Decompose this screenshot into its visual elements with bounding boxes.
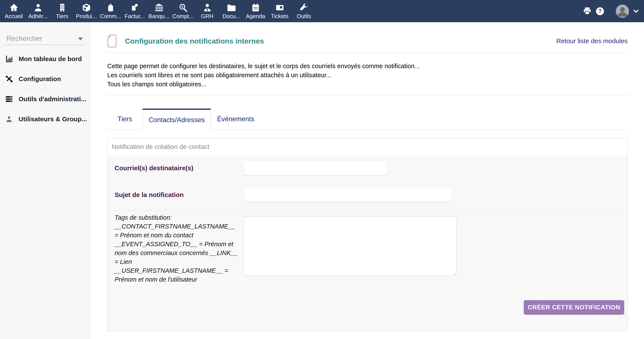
bank-icon bbox=[154, 2, 164, 13]
menu-item-grh[interactable]: GRH bbox=[195, 0, 219, 22]
sidebar-item-label: Configuration bbox=[18, 75, 61, 83]
tag-name: __USER_FIRSTNAME_LASTNAME__ bbox=[114, 267, 223, 274]
notification-panel: Notification de création de contact Cour… bbox=[107, 138, 628, 332]
billing-icon bbox=[130, 2, 140, 13]
tag-name: __LINK__ bbox=[210, 250, 238, 256]
menu-item-tiers[interactable]: Tiers bbox=[50, 0, 74, 22]
hr-icon bbox=[202, 2, 212, 13]
sidebar-item-dashboard[interactable]: Mon tableau de bord bbox=[0, 49, 90, 69]
app-screen: Accueil Adhér... Tiers Produi... bbox=[0, 0, 644, 339]
menu-item-comptabilite[interactable]: $ Compt... bbox=[171, 0, 195, 22]
tab-tiers[interactable]: Tiers bbox=[107, 108, 142, 130]
menu-item-commerce[interactable]: Comm... bbox=[98, 0, 122, 22]
svg-text:?: ? bbox=[598, 8, 602, 14]
active-menu-indicator bbox=[11, 22, 17, 25]
help-button[interactable]: ? bbox=[595, 6, 605, 16]
user-avatar[interactable] bbox=[616, 4, 629, 18]
create-notification-button[interactable]: CRÉER CETTE NOTIFICATION bbox=[524, 300, 624, 314]
menu-label: Outils bbox=[297, 13, 311, 20]
menu-item-documents[interactable]: Docu... bbox=[219, 0, 244, 22]
sidebar-item-label: Mon tableau de bord bbox=[18, 55, 82, 62]
back-to-modules-link[interactable]: Retour liste des modules bbox=[556, 37, 628, 45]
document-icon bbox=[107, 34, 117, 48]
sidebar-item-admin-tools[interactable]: Outils d'administrati... bbox=[0, 89, 90, 109]
tag-desc: = Prénom et nom du contact bbox=[114, 232, 193, 239]
sidebar-item-label: Outils d'administrati... bbox=[18, 96, 86, 103]
accounting-icon: $ bbox=[178, 2, 188, 13]
menu-item-tickets[interactable]: Tickets bbox=[268, 0, 292, 22]
menu-label: Compt... bbox=[172, 13, 194, 20]
description-line: Cette page permet de configurer les dest… bbox=[107, 62, 628, 70]
divider bbox=[108, 210, 628, 211]
tag-desc: = Lien bbox=[114, 258, 132, 265]
page-title: Configuration des notifications internes bbox=[125, 37, 264, 45]
sidebar-item-label: Utilisateurs & Group... bbox=[18, 116, 87, 123]
menu-label: GRH bbox=[201, 13, 214, 20]
topbar-actions: ? bbox=[583, 0, 639, 22]
products-icon bbox=[82, 2, 91, 13]
message-body-textarea[interactable] bbox=[244, 216, 456, 276]
tab-bar: Tiers Contacts/Adresses Événements bbox=[107, 108, 628, 130]
menu-label: Produi... bbox=[76, 13, 97, 20]
menu-label: Docu... bbox=[222, 13, 240, 20]
substitution-tags-help: Tags de substitution: __CONTACT_FIRSTNAM… bbox=[114, 213, 240, 284]
menu-item-agenda[interactable]: Agenda bbox=[244, 0, 268, 22]
sidebar-item-configuration[interactable]: Configuration bbox=[0, 69, 90, 89]
topbar: Accueil Adhér... Tiers Produi... bbox=[0, 0, 644, 22]
home-icon bbox=[9, 2, 19, 13]
menu-label: Factur... bbox=[124, 13, 145, 20]
tickets-icon bbox=[275, 2, 285, 13]
sidebar-search bbox=[4, 32, 85, 45]
subject-input[interactable] bbox=[244, 188, 452, 202]
description-line: Tous les champs sont obligatoires... bbox=[107, 80, 628, 89]
sidebar-menu: Mon tableau de bord Configuration Outils… bbox=[0, 49, 90, 129]
divider bbox=[107, 95, 628, 95]
tags-intro: Tags de substitution: bbox=[114, 214, 172, 221]
menu-label: Tiers bbox=[56, 13, 68, 20]
chevron-down-icon[interactable] bbox=[633, 8, 639, 14]
menu-label: Agenda bbox=[246, 13, 265, 20]
menu-item-accueil[interactable]: Accueil bbox=[2, 0, 26, 22]
configuration-tools-icon bbox=[4, 75, 14, 83]
users-groups-icon bbox=[4, 115, 14, 123]
admin-server-icon bbox=[4, 95, 14, 103]
menu-label: Accueil bbox=[5, 13, 23, 20]
dashboard-chart-icon bbox=[4, 55, 14, 63]
search-input[interactable] bbox=[4, 32, 85, 45]
documents-icon bbox=[226, 2, 236, 13]
panel-section-title: Notification de création de contact bbox=[108, 138, 628, 155]
tab-contacts-adresses[interactable]: Contacts/Adresses bbox=[142, 108, 211, 130]
menu-item-banque[interactable]: Banqu... bbox=[147, 0, 171, 22]
page-head: Configuration des notifications internes… bbox=[107, 34, 628, 48]
menu-item-outils[interactable]: Outils bbox=[292, 0, 316, 22]
menu-item-adherents[interactable]: Adhér... bbox=[26, 0, 50, 22]
member-icon bbox=[33, 2, 43, 13]
description-line: Les courriels sont libres et ne sont pas… bbox=[107, 70, 628, 80]
menu-label: Comm... bbox=[100, 13, 121, 20]
menu-label: Banqu... bbox=[148, 13, 170, 20]
main-menu: Accueil Adhér... Tiers Produi... bbox=[0, 0, 644, 22]
menu-label: Tickets bbox=[271, 13, 288, 20]
notification-form: Courriel(s) destinataire(s) Sujet de la … bbox=[108, 155, 628, 331]
menu-label: Adhér... bbox=[28, 13, 48, 20]
subject-label: Sujet de la notification bbox=[114, 188, 184, 202]
third-parties-icon bbox=[58, 2, 67, 13]
agenda-icon bbox=[251, 2, 260, 13]
main-content: Configuration des notifications internes… bbox=[90, 22, 644, 339]
page-description: Cette page permet de configurer les dest… bbox=[107, 62, 628, 89]
recipients-label: Courriel(s) destinataire(s) bbox=[114, 161, 193, 175]
tag-name: __EVENT_ASSIGNED_TO__ bbox=[114, 240, 197, 248]
tab-evenements[interactable]: Événements bbox=[211, 108, 260, 130]
commerce-icon bbox=[106, 2, 116, 13]
menu-item-produits[interactable]: Produi... bbox=[74, 0, 98, 22]
print-button[interactable] bbox=[583, 7, 592, 16]
recipients-input[interactable] bbox=[244, 161, 388, 175]
sidebar: Mon tableau de bord Configuration Outils… bbox=[0, 22, 90, 339]
svg-text:$: $ bbox=[181, 5, 183, 8]
sidebar-item-users-groups[interactable]: Utilisateurs & Group... bbox=[0, 109, 90, 129]
tools-icon bbox=[299, 2, 309, 13]
tag-name: __CONTACT_FIRSTNAME_LASTNAME__ bbox=[114, 223, 235, 230]
menu-item-facturation[interactable]: Factur... bbox=[122, 0, 147, 22]
